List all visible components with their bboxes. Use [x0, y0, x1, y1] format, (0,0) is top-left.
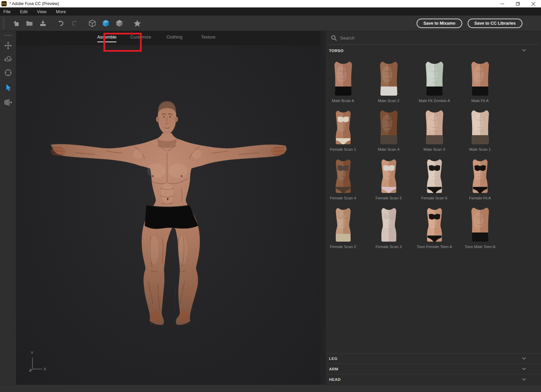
torso-thumbnail[interactable]: Male Fit Zombie A	[411, 59, 457, 103]
save-button[interactable]	[36, 17, 50, 29]
favorites-button[interactable]	[131, 17, 144, 29]
section-header-head[interactable]: HEAD	[326, 374, 541, 385]
save-to-mixamo-button[interactable]: Save to Mixamo	[417, 19, 462, 28]
torso-thumbnail[interactable]: Female Scan 6	[411, 157, 457, 200]
axis-label-z: Z	[29, 368, 31, 372]
status-bar	[0, 385, 541, 392]
torso-thumbnail[interactable]: Male Scan 1	[457, 108, 503, 151]
menu-file[interactable]: File	[3, 9, 10, 14]
close-icon	[532, 2, 535, 6]
torso-thumbnail[interactable]: Female Fit A	[457, 157, 503, 200]
toolbar-separator	[83, 16, 84, 31]
torso-thumbnail[interactable]: Female Scan 5	[366, 157, 411, 200]
torso-thumbnail-image	[377, 157, 401, 195]
thumbnail-label: Female Scan 5	[376, 196, 402, 200]
select-tool-button[interactable]	[0, 81, 16, 95]
thumbnail-label: Male Fit Zombie A	[419, 99, 450, 103]
close-button[interactable]	[525, 0, 541, 7]
toolbar-separator	[52, 16, 52, 31]
shaded-cube-active-button[interactable]	[99, 17, 113, 29]
open-folder-icon	[25, 19, 33, 27]
thumbnail-label: Male Scan 1	[469, 147, 491, 151]
new-document-button[interactable]	[9, 17, 23, 29]
torso-thumbnail-image	[377, 59, 401, 97]
wireframe-cube-button[interactable]	[86, 17, 99, 29]
chevron-down-icon	[522, 368, 526, 370]
restore-button[interactable]	[510, 0, 525, 7]
thumbnail-label: Male Brute A	[332, 99, 354, 103]
section-header-torso[interactable]: TORSO	[320, 45, 541, 56]
section-arm-label: ARM	[329, 367, 338, 371]
section-header-arm[interactable]: ARM	[326, 364, 541, 374]
annotation-box-assemble-tab	[103, 33, 142, 52]
redo-button[interactable]	[68, 17, 81, 29]
menu-view[interactable]: View	[37, 9, 46, 14]
torso-thumbnail[interactable]: Male Scan 3	[411, 108, 457, 151]
pan-tool-button[interactable]	[0, 39, 16, 52]
torso-thumbnail[interactable]: Female Scan 3	[366, 205, 411, 249]
viewport-3d[interactable]: Assemble Customize Clothing Texture	[16, 31, 320, 385]
torso-thumbnail[interactable]: Toon Female Teen A	[411, 205, 457, 249]
torso-thumbnail[interactable]: Male Brute A	[320, 59, 366, 103]
menu-more[interactable]: More	[56, 9, 66, 14]
title-bar: Fs * Adobe Fuse CC (Preview)	[0, 0, 541, 7]
open-file-button[interactable]	[23, 17, 36, 29]
thumbnail-label: Female Fit A	[469, 196, 491, 200]
torso-thumbnail-image	[422, 59, 447, 97]
shaded-cube-gray-icon	[115, 19, 124, 28]
axis-label-x: X	[44, 367, 46, 371]
zoom-tool-button[interactable]	[0, 66, 16, 79]
torso-thumbnail-image	[331, 157, 355, 195]
torso-thumbnail[interactable]: Female Scan 2	[320, 205, 366, 249]
shaded-cube-gray-button[interactable]	[113, 17, 126, 29]
menu-edit[interactable]: Edit	[20, 9, 27, 14]
orbit-tool-button[interactable]	[0, 52, 16, 66]
dolly-tool-icon	[4, 68, 13, 77]
undo-icon	[57, 19, 65, 27]
thumbnail-label: Female Scan 4	[330, 196, 356, 200]
toolbar-separator	[128, 16, 128, 31]
section-leg-label: LEG	[329, 357, 337, 361]
wireframe-cube-icon	[88, 19, 97, 28]
minimize-button[interactable]	[494, 0, 510, 7]
thumbnail-label: Male Scan 2	[378, 99, 400, 103]
section-header-leg[interactable]: LEG	[326, 353, 541, 364]
torso-thumbnail[interactable]: Male Scan 2	[366, 59, 411, 103]
chevron-down-icon	[522, 378, 526, 381]
sidebar-separator	[2, 80, 14, 80]
new-document-icon	[12, 20, 20, 27]
section-torso-label: TORSO	[329, 49, 344, 53]
search-input[interactable]	[340, 35, 475, 41]
thumbnail-label: Male Scan 3	[424, 147, 445, 151]
torso-thumbnail-image	[422, 157, 447, 195]
torso-thumbnail-image	[377, 205, 401, 243]
torso-thumbnail-image	[377, 108, 401, 146]
torso-thumbnail-image	[331, 108, 355, 146]
toolbar-drag-handle[interactable]	[3, 18, 4, 29]
torso-thumbnail-image	[422, 108, 447, 146]
thumbnail-label: Female Scan 2	[330, 245, 356, 249]
perspective-grid-icon	[3, 98, 13, 107]
thumbnail-label: Toon Male Teen A	[465, 245, 495, 249]
torso-thumbnail[interactable]: Male Fit A	[457, 59, 503, 103]
torso-thumbnail[interactable]: Toon Male Teen A	[457, 205, 503, 249]
axis-label-y: Y	[31, 351, 33, 355]
torso-thumbnail[interactable]: Female Scan 1	[320, 108, 366, 151]
tool-sidebar	[0, 31, 16, 385]
thumbnail-label: Female Scan 6	[421, 196, 447, 200]
perspective-tool-button[interactable]	[0, 96, 16, 109]
undo-button[interactable]	[54, 17, 68, 29]
orbit-tool-icon	[3, 55, 13, 64]
sidebar-drag-handle[interactable]	[4, 34, 12, 36]
minimize-icon	[500, 2, 504, 6]
thumbnail-label: Male Scan 4	[378, 147, 400, 151]
torso-thumbnail[interactable]: Female Scan 4	[320, 157, 366, 200]
save-to-cc-libraries-button[interactable]: Save to CC Libraries	[468, 19, 522, 28]
shaded-cube-blue-icon	[101, 19, 110, 28]
axis-gizmo	[30, 358, 42, 371]
redo-icon	[70, 19, 78, 27]
panel-empty-area	[320, 249, 541, 353]
window-title: * Adobe Fuse CC (Preview)	[9, 1, 59, 6]
torso-thumbnail-image	[468, 108, 492, 146]
torso-thumbnail[interactable]: Male Scan 4	[366, 108, 411, 151]
